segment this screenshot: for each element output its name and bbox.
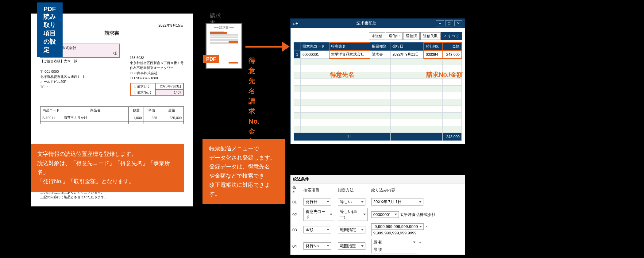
sender-bldg: 住友不動産新宿オークタワー bbox=[130, 65, 184, 71]
row-amount: 243,000 bbox=[443, 51, 462, 59]
f4-method-select[interactable]: 範囲指定 bbox=[338, 242, 365, 250]
sum-label: 計 bbox=[329, 133, 370, 141]
meta-no-label: 【 請求No. 】 bbox=[130, 90, 155, 96]
col-amt: 金額 bbox=[159, 107, 184, 114]
row-issue-date: 2022年 9月21日 bbox=[391, 51, 424, 59]
arrow-icon bbox=[245, 42, 290, 52]
f4-no: 04 bbox=[291, 237, 302, 255]
f3-from[interactable]: -9,999,999,999,999.9999 bbox=[371, 223, 424, 230]
f4-sep: ～ bbox=[418, 240, 422, 245]
f3-method-select[interactable]: 範囲指定 bbox=[338, 226, 365, 233]
extract-invoice-no: 請求No. bbox=[249, 96, 259, 126]
line-unit: 225 bbox=[144, 114, 159, 121]
row-issue-no: 000394 bbox=[424, 51, 442, 59]
search-icon[interactable]: ⌕+ bbox=[293, 21, 298, 26]
fcol-content: 絞り込み内容 bbox=[369, 183, 465, 197]
app-title: 請求書配信 bbox=[357, 21, 376, 26]
annot-customer-name: 得意先名 bbox=[330, 71, 354, 79]
tab-failed[interactable]: 送信失敗 bbox=[420, 32, 441, 40]
tab-all[interactable]: すべて bbox=[441, 32, 462, 40]
note-distribution-menu: 帳票配信メニューで データ化され登録します。 登録データは、得意先名 や金額など… bbox=[202, 139, 285, 204]
col-doc-type[interactable]: 帳票種類 bbox=[370, 43, 391, 51]
minimize-button[interactable]: – bbox=[436, 20, 444, 26]
honorific: 様 bbox=[113, 51, 117, 56]
f4-from[interactable]: 最 初 bbox=[371, 239, 417, 246]
filter-row-2: 02 得意先コード 等しい(単一) 00000001 太平洋食品株式会社 bbox=[291, 207, 465, 222]
sender-company: OBC商事株式会社 bbox=[130, 71, 184, 76]
col-amount[interactable]: 金額 bbox=[443, 43, 462, 51]
meta-date-value: 2020年7月3日 bbox=[155, 83, 183, 90]
row-customer-name: 太平洋食品株式会社 bbox=[329, 51, 370, 59]
sender-zip: 163-6032 bbox=[130, 55, 184, 60]
tab-sent[interactable]: 送信済 bbox=[403, 32, 420, 40]
fcol-cond: 条件 bbox=[291, 183, 302, 197]
line-code: S-10011 bbox=[40, 114, 62, 121]
fcol-item: 検索項目 bbox=[302, 183, 336, 197]
extract-customer: 得意先名 bbox=[249, 56, 259, 96]
sender-block: 163-6032 東京都新宿区西新宿６丁目８番１号 住友不動産新宿オークタワー … bbox=[130, 55, 184, 81]
col-customer-name[interactable]: 得意先名 bbox=[329, 43, 370, 51]
footer-line2: 上記の内容にて納品とさせていただきます。 bbox=[40, 195, 184, 199]
f1-value[interactable]: 20XX年 7月 1日 bbox=[371, 198, 423, 206]
grid-row[interactable]: 1 00000001 太平洋食品株式会社 請求書 2022年 9月21日 000… bbox=[294, 51, 462, 59]
f4-item-select[interactable]: 発行No. bbox=[303, 242, 331, 250]
sum-amount: 243,000 bbox=[443, 133, 462, 141]
row-code: 00000001 bbox=[301, 51, 329, 59]
invoice-meta-highlight: 【 請求日 】 2020年7月3日 【 請求No. 】 1457 bbox=[130, 83, 184, 96]
close-button[interactable]: ✕ bbox=[454, 20, 462, 26]
fcol-method: 指定方法 bbox=[336, 183, 369, 197]
extracted-fields-label: 得意先名 請求No. 金額 bbox=[249, 56, 259, 147]
invoice-title: 請求書 bbox=[77, 30, 147, 38]
tab-unsent[interactable]: 未送信 bbox=[369, 32, 385, 40]
f2-no: 02 bbox=[291, 207, 302, 222]
invoice-lines: 商品コード 商品名 数量 単価 金額 S-10011 海苔玉ふりかけ 1,000… bbox=[40, 106, 184, 124]
f4-to[interactable]: 最 後 bbox=[371, 246, 417, 253]
row-index: 1 bbox=[294, 51, 301, 59]
line-qty: 1,000 bbox=[129, 114, 144, 121]
f1-no: 01 bbox=[291, 197, 302, 207]
app-titlebar: ⌕+ 請求書配信 – □ ✕ bbox=[291, 19, 465, 28]
line-name: 海苔玉ふりかけ bbox=[62, 114, 129, 121]
f1-method-select[interactable]: 等しい bbox=[338, 198, 365, 206]
f2-name: 太平洋食品株式会社 bbox=[400, 212, 436, 217]
filter-panel: 絞込条件 条件 検索項目 指定方法 絞り込み内容 01 発行日 等しい 20XX… bbox=[290, 175, 465, 255]
grid-sum-row: 計 243,000 bbox=[294, 133, 462, 141]
line-amt: 225,000 bbox=[159, 114, 184, 121]
pdf-icon-header: ── 請求書 ── bbox=[206, 25, 241, 30]
maximize-button[interactable]: □ bbox=[445, 20, 453, 26]
col-issue-no[interactable]: 発行No. bbox=[424, 43, 442, 51]
f3-item-select[interactable]: 金額 bbox=[303, 226, 331, 233]
sender-addr: 東京都新宿区西新宿６丁目８番１号 bbox=[130, 60, 184, 66]
filter-row-1: 01 発行日 等しい 20XX年 7月 1日 bbox=[291, 197, 465, 207]
f3-no: 03 bbox=[291, 222, 302, 237]
f2-method-select[interactable]: 等しい(単一) bbox=[338, 208, 368, 221]
row-doc-type: 請求書 bbox=[370, 51, 391, 59]
annot-no-amount: 請求No./金額 bbox=[426, 71, 463, 79]
status-filter-tabs: 未送信 送信中 送信済 送信失敗 すべて bbox=[294, 32, 462, 40]
note-coordinate-registration: 文字情報の読込位置座標を登録します。 読込対象は、「得意先コード」「得意先名」「… bbox=[31, 144, 184, 192]
f2-item-select[interactable]: 得意先コード bbox=[303, 208, 334, 221]
pdf-document-icon: ── 請求書 ── PDF bbox=[206, 23, 242, 69]
col-qty: 数量 bbox=[129, 107, 144, 114]
sender-tel: TEL:03-3342-1880 bbox=[130, 75, 184, 81]
f3-sep: ～ bbox=[425, 224, 429, 229]
f3-to[interactable]: 9,999,999,999,999.9999 bbox=[371, 230, 420, 236]
filter-header: 絞込条件 bbox=[291, 175, 465, 183]
tab-sending[interactable]: 送信中 bbox=[386, 32, 403, 40]
col-unit: 単価 bbox=[144, 107, 159, 114]
filter-row-3: 03 金額 範囲指定 -9,999,999,999,999.9999 ～ 9,9… bbox=[291, 222, 465, 237]
meta-no-value: 1457 bbox=[155, 90, 183, 96]
app-window: ⌕+ 請求書配信 – □ ✕ 未送信 送信中 送信済 送信失敗 すべて 得意先コ… bbox=[290, 18, 465, 144]
meta-date-label: 【 請求日 】 bbox=[130, 83, 155, 90]
extract-amount: 金額 bbox=[249, 126, 259, 147]
invoice-grid: 得意先コード 得意先名 帳票種類 発行日 発行No. 金額 1 00000001… bbox=[294, 42, 462, 141]
col-code: 商品コード bbox=[40, 107, 62, 114]
f1-item-select[interactable]: 発行日 bbox=[303, 198, 331, 206]
col-customer-code[interactable]: 得意先コード bbox=[301, 43, 329, 51]
f2-code[interactable]: 00000001 bbox=[371, 211, 399, 218]
col-issue-date[interactable]: 発行日 bbox=[391, 43, 424, 51]
pdf-badge: PDF bbox=[203, 55, 219, 63]
col-name: 商品名 bbox=[62, 107, 129, 114]
filter-row-4: 04 発行No. 範囲指定 最 初 ～ 最 後 bbox=[291, 237, 465, 255]
col-index bbox=[294, 43, 301, 51]
